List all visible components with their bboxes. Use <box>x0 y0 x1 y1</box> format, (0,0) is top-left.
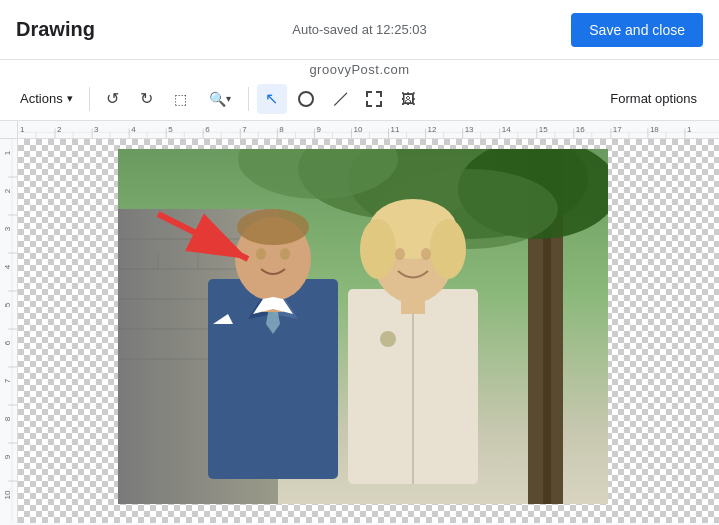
image-icon: 🖼 <box>401 91 415 107</box>
line-icon: — <box>326 85 354 113</box>
select-object-button[interactable]: ⬚ <box>166 84 196 114</box>
cursor-icon: ↖ <box>265 89 278 108</box>
svg-text:1: 1 <box>687 126 691 135</box>
svg-rect-57 <box>0 139 18 523</box>
zoom-dropdown-icon: ▾ <box>226 93 231 104</box>
svg-text:16: 16 <box>576 126 585 135</box>
selection-box-icon <box>366 91 382 107</box>
actions-dropdown-icon: ▾ <box>67 92 73 105</box>
svg-text:12: 12 <box>428 126 437 135</box>
redo-icon: ↻ <box>140 89 153 108</box>
toolbar-divider-2 <box>248 87 249 111</box>
zoom-icon: 🔍 <box>209 91 226 107</box>
vertical-ruler: 1 2 3 4 5 6 7 8 9 10 <box>0 139 18 523</box>
svg-text:15: 15 <box>539 126 548 135</box>
horizontal-ruler: 1 2 3 4 5 6 7 8 9 10 11 12 13 1 <box>0 121 719 139</box>
svg-text:8: 8 <box>279 126 283 135</box>
watermark: groovyPost.com <box>0 60 719 77</box>
ruler-top: 1 2 3 4 5 6 7 8 9 10 11 12 13 1 <box>18 121 719 138</box>
svg-text:7: 7 <box>3 378 12 383</box>
svg-text:3: 3 <box>3 226 12 231</box>
svg-text:11: 11 <box>391 126 400 135</box>
shape-tool-button[interactable] <box>291 84 321 114</box>
autosave-status: Auto-saved at 12:25:03 <box>292 22 426 37</box>
zoom-button[interactable]: 🔍 ▾ <box>200 84 240 114</box>
header-right-actions: Save and close <box>571 13 703 47</box>
svg-text:2: 2 <box>3 188 12 193</box>
actions-menu-button[interactable]: Actions ▾ <box>12 87 81 110</box>
shape-icon <box>298 91 314 107</box>
svg-text:4: 4 <box>131 126 136 135</box>
svg-text:10: 10 <box>353 126 363 135</box>
actions-label: Actions <box>20 91 63 106</box>
svg-rect-116 <box>401 299 425 314</box>
svg-text:13: 13 <box>465 126 474 135</box>
ruler-corner <box>0 121 18 139</box>
svg-text:6: 6 <box>205 126 209 135</box>
format-options-button[interactable]: Format options <box>600 87 707 110</box>
svg-point-113 <box>430 219 466 279</box>
svg-text:2: 2 <box>57 126 61 135</box>
svg-point-115 <box>421 248 431 260</box>
portrait-image-container <box>118 149 608 504</box>
ruler-top-svg: 1 2 3 4 5 6 7 8 9 10 11 12 13 1 <box>18 121 719 138</box>
selection-box-button[interactable] <box>359 84 389 114</box>
svg-point-114 <box>395 248 405 260</box>
svg-text:9: 9 <box>3 454 12 459</box>
drawing-surface[interactable] <box>18 139 719 523</box>
cursor-tool-button[interactable]: ↖ <box>257 84 287 114</box>
save-close-button[interactable]: Save and close <box>571 13 703 47</box>
image-tool-button[interactable]: 🖼 <box>393 84 423 114</box>
svg-text:3: 3 <box>94 126 98 135</box>
svg-text:4: 4 <box>3 264 12 269</box>
select-object-icon: ⬚ <box>174 91 187 107</box>
app-header: Drawing Auto-saved at 12:25:03 Save and … <box>0 0 719 60</box>
svg-text:1: 1 <box>3 150 12 155</box>
toolbar-divider-1 <box>89 87 90 111</box>
svg-text:17: 17 <box>613 126 622 135</box>
svg-text:10: 10 <box>3 490 12 499</box>
line-tool-button[interactable]: — <box>325 84 355 114</box>
svg-point-101 <box>237 209 309 245</box>
svg-point-109 <box>380 331 396 347</box>
svg-text:5: 5 <box>168 126 172 135</box>
svg-text:6: 6 <box>3 340 12 345</box>
portrait-image-svg <box>118 149 608 504</box>
svg-text:18: 18 <box>650 126 659 135</box>
svg-point-102 <box>256 248 266 260</box>
svg-text:7: 7 <box>242 126 246 135</box>
watermark-text: groovyPost.com <box>309 62 409 77</box>
undo-button[interactable]: ↺ <box>98 84 128 114</box>
svg-text:5: 5 <box>3 302 12 307</box>
svg-text:14: 14 <box>502 126 512 135</box>
svg-text:1: 1 <box>20 126 24 135</box>
svg-text:9: 9 <box>316 126 320 135</box>
svg-point-103 <box>280 248 290 260</box>
app-title: Drawing <box>16 18 95 41</box>
svg-point-112 <box>360 219 396 279</box>
undo-icon: ↺ <box>106 89 119 108</box>
ruler-left-svg: 1 2 3 4 5 6 7 8 9 10 <box>0 139 18 523</box>
drawing-toolbar: Actions ▾ ↺ ↻ ⬚ 🔍 ▾ ↖ — 🖼 Format options <box>0 77 719 121</box>
canvas-area: 1 2 3 4 5 6 7 8 9 10 <box>0 139 719 523</box>
svg-text:8: 8 <box>3 416 12 421</box>
redo-button[interactable]: ↻ <box>132 84 162 114</box>
